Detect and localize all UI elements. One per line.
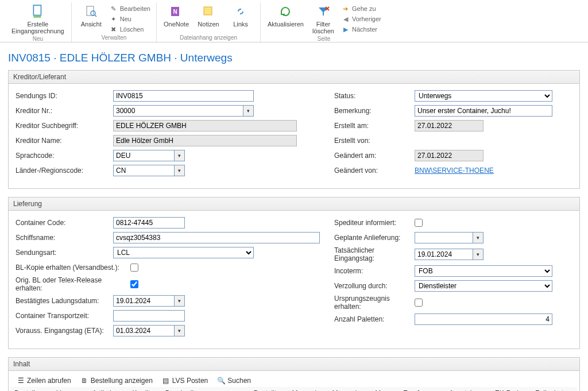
button-label: Notizen — [198, 21, 219, 28]
search-icon: 🔍 — [217, 377, 225, 385]
geplante-input[interactable] — [415, 232, 473, 243]
bestellung-anzeigen-button[interactable]: 🗎 Bestellung anzeigen — [80, 377, 153, 385]
triangle-left-icon: ◀ — [342, 15, 350, 23]
col-beschreibung[interactable]: Beschreibung — [162, 387, 248, 391]
loeschen-button[interactable]: ✖ Löschen — [107, 24, 153, 34]
regionscode-input[interactable] — [113, 165, 175, 176]
svg-rect-0 — [33, 5, 41, 15]
label-kreditor-nr: Kreditor Nr.: — [16, 107, 113, 115]
verzollung-select[interactable]: Dienstleister — [415, 280, 552, 292]
ladungsdatum-dropdown[interactable]: ▾ — [175, 295, 185, 307]
button-label: Suchen — [227, 377, 251, 385]
sprachcode-dropdown[interactable]: ▾ — [175, 150, 185, 161]
ansicht-button[interactable]: Ansicht — [75, 2, 107, 29]
container-code-input[interactable] — [113, 217, 185, 229]
suchen-button[interactable]: 🔍 Suchen — [217, 377, 251, 385]
ursprung-checkbox[interactable] — [415, 299, 423, 307]
svg-point-2 — [91, 11, 95, 16]
gehe-zu-button[interactable]: ➔ Gehe zu — [339, 3, 384, 14]
panel-inhalt: Inhalt ☰ Zeilen abrufen 🗎 Bestellung anz… — [8, 357, 580, 391]
label-verzollung: Verzollung durch: — [334, 282, 415, 290]
onenote-icon: N — [168, 3, 184, 20]
aktualisieren-button[interactable]: Aktualisieren — [264, 2, 307, 29]
label-tatsaechlicher: Tatsächlicher Eingangstag: — [334, 246, 415, 262]
ladungsdatum-input[interactable] — [113, 295, 175, 307]
spediteur-checkbox[interactable] — [415, 219, 423, 227]
col-bestell[interactable]: Bestellun… — [11, 387, 53, 391]
incoterm-select[interactable]: FOB — [415, 265, 552, 277]
tatsaechlicher-input[interactable] — [415, 249, 473, 260]
label-kreditor-name: Kreditor Name: — [16, 137, 113, 145]
label-sendungsart: Sendungsart: — [16, 249, 113, 257]
col-kreditor-artikel[interactable]: Kreditor Artikel… — [129, 387, 161, 391]
col-artikelnr[interactable]: Artikelnr. — [88, 387, 129, 391]
onenote-button[interactable]: N OneNote — [160, 2, 192, 29]
col-empfangene[interactable]: Empfangene Menge — [400, 387, 446, 391]
links-button[interactable]: Links — [225, 2, 257, 29]
button-label: Neu — [120, 16, 131, 22]
document-icon — [30, 3, 46, 20]
transportzeit-input[interactable] — [113, 310, 185, 322]
regionscode-dropdown[interactable]: ▾ — [175, 165, 185, 176]
label-suchbegriff: Kreditor Suchbegriff: — [16, 122, 113, 130]
col-ek-preis[interactable]: EK-Preis — [488, 387, 525, 391]
inhalt-grid[interactable]: Bestellun… Vorgan… Artikelnr. Kreditor A… — [11, 387, 577, 391]
schiffsname-input[interactable] — [113, 232, 320, 243]
vorheriger-button[interactable]: ◀ Vorheriger — [339, 14, 384, 24]
col-bestellte-menge[interactable]: Bestellte Menge — [248, 387, 284, 391]
geaendert-von-link[interactable]: BNW\SERVICE-THOENE — [415, 167, 494, 175]
label-erstellt-am: Erstellt am: — [334, 122, 415, 130]
bemerkung-input[interactable] — [415, 105, 552, 117]
filter-loeschen-button[interactable]: Filter löschen — [307, 2, 339, 36]
orig-bl-checkbox[interactable] — [130, 280, 138, 288]
label-spediteur: Spediteur informiert: — [334, 219, 415, 227]
page-magnify-icon — [83, 3, 99, 20]
col-menge-nicht[interactable]: Menge nicht un… — [364, 387, 400, 391]
status-select[interactable]: Unterwegs — [415, 90, 552, 102]
label-bl-kopie: BL-Kopie erhalten (Versandbest.): — [16, 264, 130, 272]
col-zeilenbetrag[interactable]: Zeilenbetrag — [525, 387, 577, 391]
kreditor-nr-input[interactable] — [113, 105, 243, 117]
naechster-button[interactable]: ▶ Nächster — [339, 24, 384, 34]
col-ausstehende[interactable]: Ausstehe… Menge — [446, 387, 488, 391]
triangle-right-icon: ▶ — [342, 25, 350, 33]
ribbon: Erstelle Eingangsrechnung Neu Ansicht ✎ … — [0, 0, 588, 42]
geplante-dropdown[interactable]: ▾ — [473, 232, 483, 243]
sendungsart-select[interactable]: LCL — [113, 247, 254, 258]
ribbon-group-seite: Aktualisieren Filter löschen ➔ Gehe zu ◀… — [261, 2, 387, 42]
label-transportzeit: Container Transportzeit: — [16, 312, 113, 320]
neu-button[interactable]: ✦ Neu — [107, 14, 153, 24]
sendungs-id-input[interactable] — [113, 90, 254, 102]
sprachcode-input[interactable] — [113, 150, 175, 161]
tatsaechlicher-dropdown[interactable]: ▾ — [473, 249, 483, 260]
rows-icon: ☰ — [17, 377, 25, 385]
label-eta: Vorauss. Eingangstag (ETA): — [16, 327, 113, 335]
label-ursprung: Ursprungszeugnis erhalten: — [334, 295, 415, 311]
svg-rect-6 — [204, 7, 212, 15]
col-menge-anderen[interactable]: Menge in anderen … — [324, 387, 364, 391]
col-menge-diesem[interactable]: Menge in diesem … — [284, 387, 324, 391]
button-label: Bearbeiten — [120, 5, 150, 12]
inhalt-toolbar: ☰ Zeilen abrufen 🗎 Bestellung anzeigen ▤… — [11, 374, 577, 387]
note-icon — [200, 3, 216, 20]
eta-dropdown[interactable]: ▾ — [175, 325, 185, 336]
bl-kopie-checkbox[interactable] — [130, 264, 138, 272]
svg-text:N: N — [173, 9, 177, 15]
bearbeiten-button[interactable]: ✎ Bearbeiten — [107, 3, 153, 14]
delete-icon: ✖ — [110, 25, 118, 33]
notizen-button[interactable]: Notizen — [192, 2, 225, 29]
zeilen-abrufen-button[interactable]: ☰ Zeilen abrufen — [17, 377, 71, 385]
col-vorgan[interactable]: Vorgan… — [53, 387, 88, 391]
label-erstellt-von: Erstellt von: — [334, 137, 415, 145]
panel-header: Lieferung — [9, 198, 579, 211]
kreditor-nr-dropdown[interactable]: ▾ — [243, 105, 254, 117]
lvs-posten-button[interactable]: ▤ LVS Posten — [162, 377, 208, 385]
paletten-input[interactable] — [415, 313, 552, 325]
eta-input[interactable] — [113, 325, 175, 336]
kreditor-name-input — [113, 135, 297, 146]
erstelle-eingangsrechnung-button[interactable]: Erstelle Eingangsrechnung — [8, 2, 68, 36]
button-label: Nächster — [352, 26, 377, 33]
grid-header-row: Bestellun… Vorgan… Artikelnr. Kreditor A… — [11, 387, 577, 391]
group-label: Neu — [33, 36, 43, 43]
panel-lieferung: Lieferung Container Code: Schiffsname: S… — [8, 197, 580, 349]
